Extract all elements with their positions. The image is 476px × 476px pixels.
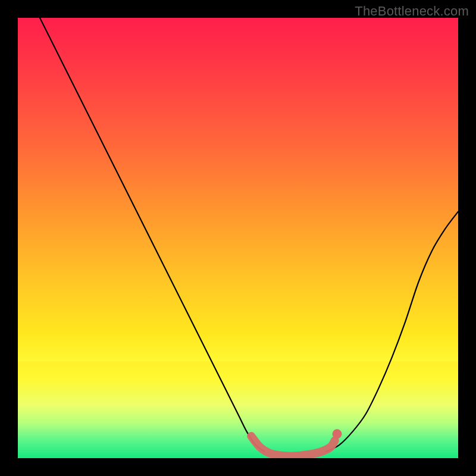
accent-end-dot [333,429,342,439]
curve-layer [18,18,458,458]
series-left-branch [40,18,264,452]
watermark-text: TheBottleneck.com [355,4,469,19]
series-valley-accent [251,436,335,456]
chart-frame: TheBottleneck.com [0,0,476,476]
series-right-branch [326,212,458,452]
plot-area [18,18,458,458]
